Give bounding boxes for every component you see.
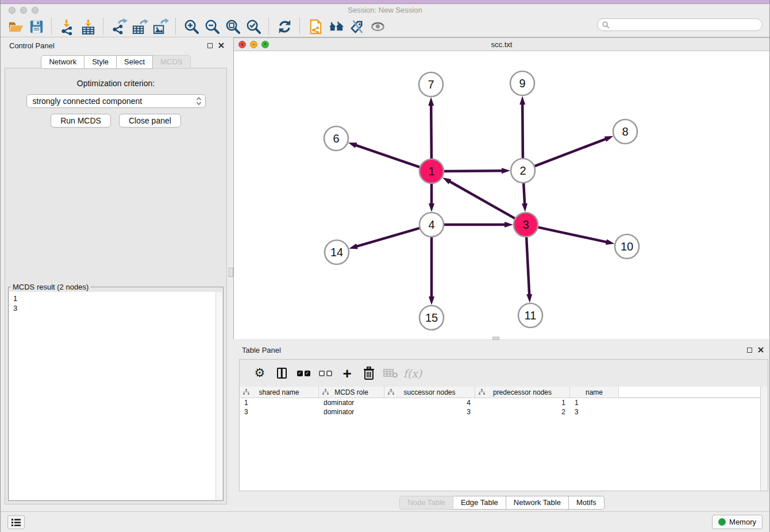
horizontal-scrollbar[interactable] bbox=[492, 337, 499, 340]
deselect-all-columns-icon[interactable] bbox=[314, 364, 336, 383]
refresh-layout-icon[interactable] bbox=[274, 17, 295, 36]
graph-edge-3-11[interactable] bbox=[526, 237, 529, 295]
function-builder-icon: f(x) bbox=[402, 364, 424, 383]
split-divider-grip[interactable] bbox=[229, 268, 233, 277]
delete-column-icon[interactable] bbox=[358, 364, 380, 383]
zoom-selected-icon[interactable] bbox=[243, 17, 264, 36]
network-window-titlebar: x – + scc.txt bbox=[234, 38, 769, 51]
graph-edge-2-3[interactable] bbox=[523, 183, 525, 204]
graph-node-label: 8 bbox=[622, 125, 628, 138]
table-settings-gear-icon[interactable]: ⚙ bbox=[249, 364, 271, 383]
search-field bbox=[597, 18, 763, 31]
table-scrollbar[interactable] bbox=[760, 387, 768, 491]
column-header-successor-nodes[interactable]: successor nodes bbox=[384, 387, 475, 398]
cell-successor-nodes[interactable]: 3 bbox=[384, 407, 475, 417]
cell-name[interactable]: 3 bbox=[570, 407, 619, 417]
export-table-icon[interactable] bbox=[129, 17, 150, 36]
cell-predecessor-nodes[interactable]: 2 bbox=[475, 407, 570, 417]
close-view-icon[interactable]: x bbox=[238, 41, 246, 48]
graph-edge-3-10[interactable] bbox=[538, 228, 607, 242]
labels-visibility-icon[interactable] bbox=[346, 17, 367, 36]
search-input[interactable] bbox=[613, 20, 762, 29]
graph-edge-1-7[interactable] bbox=[431, 105, 432, 159]
graph-edge-2-8[interactable] bbox=[535, 139, 606, 166]
network-window-title: scc.txt bbox=[234, 40, 769, 49]
tab-node-table[interactable]: Node Table bbox=[399, 496, 453, 510]
close-table-panel-icon[interactable] bbox=[758, 347, 764, 353]
cell-shared-name[interactable]: 3 bbox=[240, 407, 319, 417]
mcds-result-title: MCDS result (2 nodes) bbox=[11, 283, 90, 291]
control-panel-title: Control Panel bbox=[9, 41, 55, 50]
cell-mcds-role[interactable]: dominator bbox=[319, 407, 384, 417]
import-table-icon[interactable] bbox=[78, 17, 98, 36]
table-header-row: shared name MCDS role successor nodes pr… bbox=[240, 387, 768, 398]
cell-shared-name[interactable]: 1 bbox=[240, 398, 319, 407]
table-row[interactable]: 3 dominator 3 2 3 bbox=[240, 407, 768, 417]
optimization-criterion-label: Optimization criterion: bbox=[5, 79, 226, 88]
cell-successor-nodes[interactable]: 4 bbox=[384, 398, 475, 407]
result-line: 3 bbox=[13, 303, 222, 313]
maximize-view-icon[interactable]: + bbox=[261, 41, 269, 48]
open-session-icon[interactable] bbox=[5, 17, 26, 36]
save-session-icon[interactable] bbox=[26, 17, 47, 36]
export-image-icon[interactable] bbox=[150, 17, 171, 36]
app-title: Session: New Session bbox=[1, 6, 769, 14]
minimize-view-icon[interactable]: – bbox=[250, 41, 257, 48]
tab-select[interactable]: Select bbox=[117, 55, 153, 69]
mcds-result-group: MCDS result (2 nodes) 1 3 bbox=[8, 283, 224, 501]
float-panel-icon[interactable] bbox=[207, 43, 213, 48]
close-panel-icon[interactable] bbox=[218, 43, 224, 48]
tab-network-table[interactable]: Network Table bbox=[506, 496, 569, 510]
zoom-in-icon[interactable] bbox=[181, 17, 202, 36]
zoom-out-icon[interactable] bbox=[202, 17, 222, 36]
float-table-panel-icon[interactable] bbox=[747, 348, 752, 353]
column-header-mcds-role[interactable]: MCDS role bbox=[319, 387, 384, 398]
column-header-name[interactable]: name bbox=[570, 387, 619, 398]
cell-predecessor-nodes[interactable]: 1 bbox=[475, 398, 570, 407]
result-line: 1 bbox=[13, 294, 222, 303]
criterion-select[interactable]: strongly connected component bbox=[26, 94, 206, 108]
column-selector-icon[interactable] bbox=[271, 364, 292, 383]
memory-button[interactable]: Memory bbox=[712, 515, 763, 529]
result-scrollbar[interactable] bbox=[215, 292, 222, 500]
graph-node-label: 7 bbox=[428, 78, 434, 91]
mcds-panel: Optimization criterion: strongly connect… bbox=[5, 68, 227, 504]
tab-motifs[interactable]: Motifs bbox=[569, 496, 605, 510]
cell-name[interactable]: 1 bbox=[570, 398, 619, 407]
application-window: Session: New Session bbox=[0, 0, 770, 532]
column-header-shared-name[interactable]: shared name bbox=[240, 387, 319, 398]
document-network-icon[interactable] bbox=[305, 17, 326, 36]
import-network-icon[interactable] bbox=[57, 17, 78, 36]
statusbar: Memory bbox=[1, 511, 769, 532]
run-mcds-button[interactable]: Run MCDS bbox=[51, 114, 111, 128]
main-toolbar bbox=[1, 16, 769, 37]
export-network-icon[interactable] bbox=[109, 17, 129, 36]
search-icon bbox=[602, 21, 610, 29]
column-header-predecessor-nodes[interactable]: predecessor nodes bbox=[475, 387, 570, 398]
task-history-button[interactable] bbox=[7, 515, 25, 529]
cell-mcds-role[interactable]: dominator bbox=[319, 398, 384, 407]
graph-node-label: 10 bbox=[621, 240, 633, 253]
graph-edge-3-1[interactable] bbox=[449, 182, 515, 218]
graph-canvas[interactable]: 7968124314101511 bbox=[234, 51, 769, 339]
zoom-fit-icon[interactable] bbox=[222, 17, 243, 36]
toolbar-separator bbox=[51, 18, 52, 34]
graphics-details-eye-icon[interactable] bbox=[367, 17, 388, 36]
mcds-result-textarea[interactable]: 1 3 bbox=[9, 292, 222, 500]
table-row[interactable]: 1 dominator 4 1 1 bbox=[240, 398, 768, 407]
tab-style[interactable]: Style bbox=[84, 55, 117, 69]
select-all-columns-icon[interactable]: ✓✓ bbox=[292, 364, 314, 383]
graph-edge-1-2[interactable] bbox=[444, 171, 502, 171]
graph-edge-4-14[interactable] bbox=[357, 228, 419, 246]
control-panel: Control Panel Network Style Select MCDS … bbox=[1, 37, 231, 507]
tab-mcds[interactable]: MCDS bbox=[153, 55, 190, 69]
graph-node-label: 9 bbox=[519, 77, 525, 90]
graph-edge-1-6[interactable] bbox=[356, 145, 419, 167]
graph-node-label: 11 bbox=[525, 309, 537, 322]
tab-network[interactable]: Network bbox=[41, 55, 84, 69]
add-column-icon[interactable]: + bbox=[336, 364, 358, 383]
close-panel-button[interactable]: Close panel bbox=[119, 114, 181, 128]
double-home-icon[interactable] bbox=[326, 17, 346, 36]
graph-edge-2-9[interactable] bbox=[522, 104, 523, 158]
tab-edge-table[interactable]: Edge Table bbox=[453, 496, 506, 510]
